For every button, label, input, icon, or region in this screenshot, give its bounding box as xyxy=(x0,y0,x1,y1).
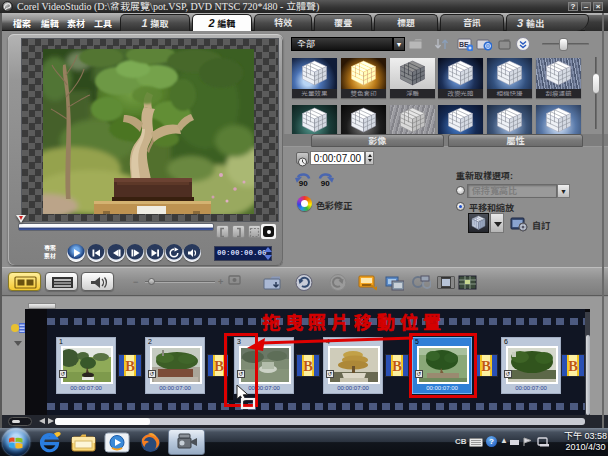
svg-text:90: 90 xyxy=(299,179,308,187)
svg-text:90: 90 xyxy=(321,179,330,187)
